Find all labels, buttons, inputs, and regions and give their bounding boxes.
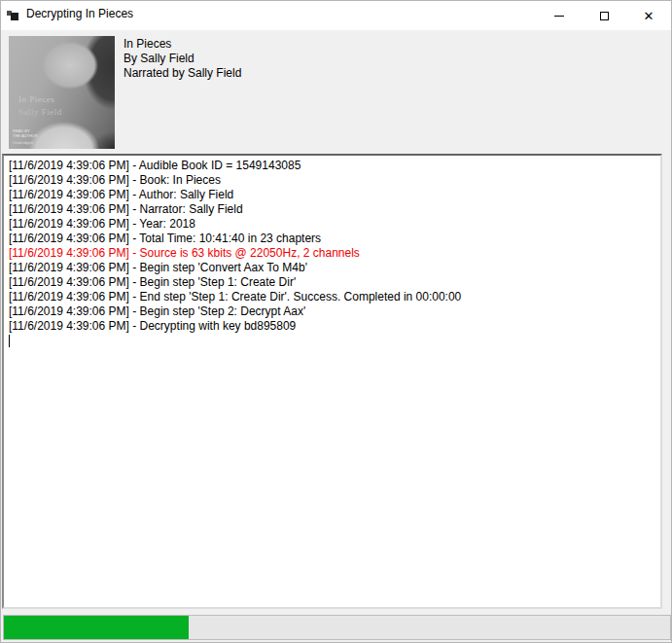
maximize-button[interactable]: [582, 1, 626, 30]
book-title: In Pieces: [124, 37, 241, 52]
maximize-icon: [600, 12, 609, 20]
log-line: [11/6/2019 4:39:06 PM] - Book: In Pieces: [9, 173, 655, 188]
minimize-icon: [554, 16, 564, 17]
log-line: [11/6/2019 4:39:06 PM] - Begin step 'Ste…: [9, 275, 655, 290]
log-line: [11/6/2019 4:39:06 PM] - Source is 63 kb…: [9, 246, 655, 261]
log-line: [11/6/2019 4:39:06 PM] - Narrator: Sally…: [9, 202, 655, 217]
log-line: [11/6/2019 4:39:06 PM] - Begin step 'Con…: [9, 261, 655, 275]
caption-buttons: ✕: [537, 1, 671, 30]
log-line: [11/6/2019 4:39:06 PM] - End step 'Step …: [9, 290, 655, 304]
window-title: Decrypting In Pieces: [26, 7, 133, 20]
log-line: [11/6/2019 4:39:06 PM] - Decrypting with…: [9, 319, 655, 334]
book-info: In Pieces By Sally Field Narrated by Sal…: [124, 37, 241, 81]
log-line: [11/6/2019 4:39:06 PM] - Total Time: 10:…: [9, 232, 655, 246]
cover-label-text: Unabridged: [13, 140, 33, 145]
cover-title-text: In Pieces: [18, 94, 54, 104]
close-button[interactable]: ✕: [626, 1, 671, 30]
title-bar[interactable]: Decrypting In Pieces ✕: [1, 1, 671, 30]
text-caret: [9, 335, 10, 347]
app-icon: [7, 9, 19, 21]
progress-bar-fill: [4, 616, 189, 639]
book-author: By Sally Field: [124, 52, 241, 66]
log-line: [11/6/2019 4:39:06 PM] - Audible Book ID…: [9, 159, 655, 173]
cover-author-text: Sally Field: [18, 107, 62, 117]
log-line: [11/6/2019 4:39:06 PM] - Author: Sally F…: [9, 188, 655, 202]
book-cover-image: In Pieces Sally Field READ BY THE AUTHOR…: [9, 36, 115, 149]
cover-readby-text: READ BY THE AUTHOR: [13, 128, 38, 138]
log-textbox[interactable]: [11/6/2019 4:39:06 PM] - Audible Book ID…: [2, 154, 662, 609]
log-line: [11/6/2019 4:39:06 PM] - Begin step 'Ste…: [9, 304, 655, 319]
progress-bar: [3, 615, 671, 640]
minimize-button[interactable]: [537, 1, 582, 30]
log-line: [11/6/2019 4:39:06 PM] - Year: 2018: [9, 217, 655, 232]
app-icon-square-2: [11, 13, 18, 20]
close-icon: ✕: [644, 10, 654, 22]
book-narrator: Narrated by Sally Field: [124, 66, 241, 81]
app-window: Decrypting In Pieces ✕ In Pieces Sally F…: [0, 0, 672, 643]
